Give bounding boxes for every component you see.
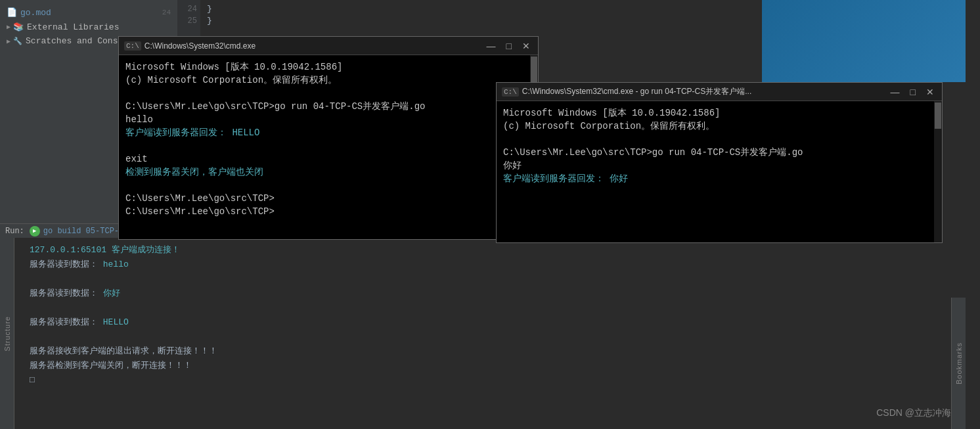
cmd2-line-3	[503, 133, 935, 146]
cmd-icon-2: C:\	[502, 87, 519, 97]
output-line-7: □	[30, 373, 489, 388]
cmd2-line-6: 客户端读到服务器回发： 你好	[503, 172, 935, 185]
output-line-2: 服务器读到数据： hello	[30, 258, 489, 272]
cmd-window-1[interactable]: C:\ C:\Windows\System32\cmd.exe — □ ✕ Mi…	[118, 36, 539, 240]
close-button-2[interactable]: ✕	[924, 87, 937, 97]
tree-item-label: External Libraries	[27, 22, 119, 32]
cmd-body-2: Microsoft Windows [版本 10.0.19042.1586] (…	[497, 101, 942, 242]
scratches-icon: 🔧	[13, 37, 22, 45]
cmd-scrollbar-2[interactable]	[934, 101, 942, 242]
library-icon: 📚	[13, 22, 24, 32]
output-panel: 127.0.0.1:65101 客户端成功连接！ 服务器读到数据： hello …	[0, 238, 499, 429]
tree-item-label: go.mod	[20, 8, 51, 18]
output-line-3: 服务器读到数据： 你好	[30, 286, 489, 301]
minimize-button-2[interactable]: —	[888, 87, 902, 97]
structure-sidebar: Structure	[0, 238, 14, 429]
cmd2-line-1: Microsoft Windows [版本 10.0.19042.1586]	[503, 106, 935, 120]
minimize-button-1[interactable]: —	[484, 41, 499, 51]
code-line-24: }	[207, 3, 499, 15]
maximize-button-2[interactable]: □	[908, 87, 918, 97]
code-editor-area: 24 25 } }	[177, 0, 506, 36]
tree-item-gomod[interactable]: 📄 go.mod 24	[0, 5, 177, 20]
run-label: Run:	[5, 227, 24, 236]
cmd-line-10	[125, 179, 531, 192]
cmd-line-9: 检测到服务器关闭，客户端也关闭	[125, 166, 531, 179]
cmd-scrollbar-thumb-2[interactable]	[935, 102, 941, 129]
code-text: } }	[200, 0, 506, 36]
line-num-24: 24	[177, 3, 197, 15]
line-numbers-gutter: 24 25	[177, 0, 200, 36]
cmd-icon-1: C:\	[124, 41, 141, 51]
cmd-line-8: exit	[125, 152, 531, 166]
cmd-titlebar-1: C:\ C:\Windows\System32\cmd.exe — □ ✕	[119, 37, 538, 55]
output-line-1: 127.0.0.1:65101 客户端成功连接！	[30, 243, 489, 258]
expand-arrow-icon: ▶	[7, 37, 11, 45]
bookmarks-sidebar: Bookmarks	[951, 298, 966, 429]
cmd-body-1: Microsoft Windows [版本 10.0.19042.1586] (…	[119, 55, 538, 239]
output-spacer-1	[10, 272, 489, 286]
cmd-line-6: 客户端读到服务器回发： HELLO	[125, 126, 531, 139]
blue-background-overlay	[762, 0, 966, 82]
cmd2-line-5: 你好	[503, 159, 935, 172]
file-icon: 📄	[7, 7, 17, 18]
output-spacer-3	[10, 330, 489, 344]
maximize-button-1[interactable]: □	[504, 41, 514, 51]
cmd-window-2[interactable]: C:\ C:\Windows\System32\cmd.exe - go run…	[496, 82, 943, 243]
cmd-scrollbar-thumb-1[interactable]	[531, 56, 537, 83]
cmd-title-text-2: C:\Windows\System32\cmd.exe - go run 04-…	[522, 86, 888, 97]
output-spacer-2	[10, 301, 489, 315]
line-num-25: 25	[177, 15, 197, 27]
cmd-titlebar-2: C:\ C:\Windows\System32\cmd.exe - go run…	[497, 83, 942, 101]
output-line-4: 服务器读到数据： HELLO	[30, 315, 489, 330]
csdn-watermark: CSDN @立志冲海大	[876, 407, 960, 419]
cmd-title-text-1: C:\Windows\System32\cmd.exe	[145, 41, 484, 51]
output-line-5: 服务器接收到客户端的退出请求，断开连接！！！	[30, 344, 489, 359]
line-number: 24	[162, 9, 171, 16]
tree-item-external-libs[interactable]: ▶ 📚 External Libraries	[0, 20, 177, 34]
close-button-1[interactable]: ✕	[520, 41, 533, 51]
run-icon: ▶	[30, 226, 40, 237]
bookmarks-label: Bookmarks	[955, 342, 963, 384]
cmd-controls-1: — □ ✕	[484, 41, 533, 51]
structure-label: Structure	[3, 316, 11, 351]
cmd2-line-4: C:\Users\Mr.Lee\go\src\TCP>go run 04-TCP…	[503, 146, 935, 159]
cmd-line-11: C:\Users\Mr.Lee\go\src\TCP>	[125, 192, 531, 205]
expand-arrow-icon: ▶	[7, 23, 11, 31]
cmd-line-5: hello	[125, 113, 531, 126]
cmd-line-3	[125, 87, 531, 100]
cmd-line-4: C:\Users\Mr.Lee\go\src\TCP>go run 04-TCP…	[125, 100, 531, 113]
cmd-line-7	[125, 139, 531, 152]
code-line-25: }	[207, 15, 499, 27]
output-line-6: 服务器检测到客户端关闭，断开连接！！！	[30, 359, 489, 373]
cmd-controls-2: — □ ✕	[888, 87, 937, 97]
cmd-line-2: (c) Microsoft Corporation。保留所有权利。	[125, 74, 531, 87]
cmd2-line-2: (c) Microsoft Corporation。保留所有权利。	[503, 120, 935, 133]
cmd-line-1: Microsoft Windows [版本 10.0.19042.1586]	[125, 60, 531, 74]
cmd-line-12: C:\Users\Mr.Lee\go\src\TCP>	[125, 205, 531, 218]
